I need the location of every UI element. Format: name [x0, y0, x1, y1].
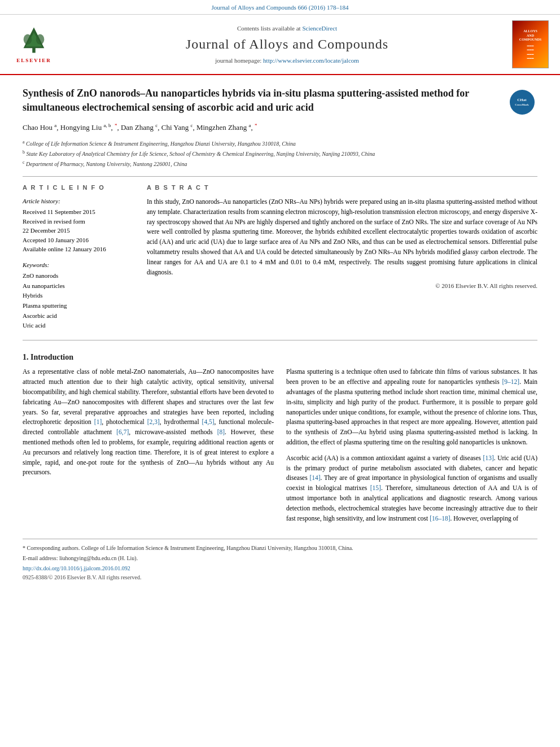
svg-point-4	[36, 34, 45, 45]
elsevier-wordmark: ELSEVIER	[16, 57, 51, 64]
affiliation-c: c Department of Pharmacy, Nantong Univer…	[23, 159, 537, 168]
affiliation-b: b State Key Laboratory of Analytical Che…	[23, 149, 537, 158]
keyword-uric: Uric acid	[23, 321, 135, 331]
footnote-asterisk: * Corresponding authors. College of Life…	[23, 544, 537, 552]
contents-line: Contents lists available at ScienceDirec…	[68, 24, 506, 33]
affiliation-a: a College of Life Information Science & …	[23, 139, 537, 148]
keyword-plasma: Plasma sputtering	[23, 301, 135, 311]
article-info-abstract: A R T I C L E I N F O Article history: R…	[23, 184, 537, 330]
history-received: Received 11 September 2015	[23, 207, 135, 217]
article-info-heading: A R T I C L E I N F O	[23, 184, 135, 192]
intro-paragraph-2: Plasma sputtering is a technique often u…	[286, 367, 537, 448]
keywords-label: Keywords:	[23, 261, 135, 269]
history-revised-date: 22 December 2015	[23, 226, 135, 235]
homepage-url[interactable]: http://www.elsevier.com/locate/jalcom	[263, 57, 359, 64]
article-history: Article history: Received 11 September 2…	[23, 197, 135, 254]
journal-cover-image: ALLOYSANDCOMPOUNDS ▬▬▬▬▬▬▬▬▬▬▬▬	[512, 20, 549, 68]
keyword-zno-nanorods: ZnO nanorods	[23, 271, 135, 281]
footnote-email: E-mail address: liuhongying@hdu.edu.cn (…	[23, 554, 537, 562]
abstract-col: A B S T R A C T In this study, ZnO nanor…	[147, 184, 537, 330]
history-label: Article history:	[23, 197, 135, 206]
intro-paragraph-1: As a representative class of noble metal…	[23, 367, 274, 478]
email-link[interactable]: liuhongying@hdu.edu.cn (H. Liu).	[59, 555, 138, 561]
keyword-ascorbic: Ascorbic acid	[23, 311, 135, 321]
body-text-columns: As a representative class of noble metal…	[23, 367, 537, 529]
body-col-right: Plasma sputtering is a technique often u…	[286, 367, 537, 529]
crossmark-icon: CHatCrossMark	[510, 90, 535, 115]
journal-homepage: journal homepage: http://www.elsevier.co…	[68, 56, 506, 65]
history-revised-label: Received in revised form	[23, 217, 135, 226]
sciencedirect-link[interactable]: ScienceDirect	[302, 25, 337, 32]
crossmark-badge[interactable]: CHatCrossMark	[506, 86, 537, 117]
journal-center-header: Contents lists available at ScienceDirec…	[68, 24, 506, 65]
abstract-heading: A B S T R A C T	[147, 184, 537, 192]
keyword-hybrids: Hybrids	[23, 291, 135, 301]
cover-thumbnail: ALLOYSANDCOMPOUNDS ▬▬▬▬▬▬▬▬▬▬▬▬	[512, 20, 549, 68]
keywords-section: Keywords: ZnO nanorods Au nanoparticles …	[23, 261, 135, 331]
doi-link[interactable]: http://dx.doi.org/10.1016/j.jjalcom.2016…	[23, 565, 537, 573]
authors-line: Chao Hou a, Hongying Liu a, b, *, Dan Zh…	[23, 122, 537, 133]
keyword-au-nanoparticles: Au nanoparticles	[23, 281, 135, 291]
article-info-col: A R T I C L E I N F O Article history: R…	[23, 184, 135, 330]
elsevier-logo: ELSEVIER	[11, 25, 56, 64]
section-divider	[23, 176, 537, 177]
abstract-copyright: © 2016 Elsevier B.V. All rights reserved…	[147, 282, 537, 290]
introduction-heading: 1. Introduction	[23, 352, 537, 363]
main-content: Synthesis of ZnO nanorods–Au nanoparticl…	[0, 75, 560, 592]
body-divider	[23, 340, 537, 340]
abstract-text: In this study, ZnO nanorods–Au nanoparti…	[147, 197, 537, 278]
email-label: E-mail address:	[23, 555, 58, 561]
journal-reference: Journal of Alloys and Compounds 666 (201…	[0, 0, 560, 15]
affiliations: a College of Life Information Science & …	[23, 139, 537, 169]
history-accepted: Accepted 10 January 2016	[23, 235, 135, 245]
footer-copyright: 0925-8388/© 2016 Elsevier B.V. All right…	[23, 574, 537, 582]
intro-paragraph-3: Ascorbic acid (AA) is a common antioxida…	[286, 453, 537, 524]
elsevier-tree-icon	[17, 25, 51, 56]
article-title: Synthesis of ZnO nanorods–Au nanoparticl…	[23, 86, 537, 114]
journal-title: Journal of Alloys and Compounds	[68, 35, 506, 54]
footnotes: * Corresponding authors. College of Life…	[23, 539, 537, 582]
body-col-left: As a representative class of noble metal…	[23, 367, 274, 529]
svg-point-3	[24, 34, 32, 45]
history-online: Available online 12 January 2016	[23, 244, 135, 254]
journal-header: ELSEVIER Contents lists available at Sci…	[0, 15, 560, 75]
